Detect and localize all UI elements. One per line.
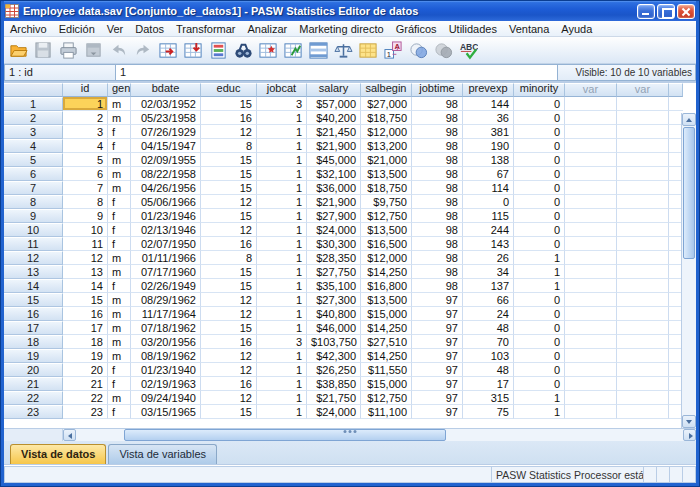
cell-gender[interactable]: f <box>108 237 131 251</box>
cell-jobcat[interactable]: 1 <box>257 237 307 251</box>
cell-educ[interactable]: 16 <box>201 237 257 251</box>
cell-salbegin[interactable]: $12,000 <box>361 251 412 265</box>
cell-id[interactable]: 12 <box>63 251 108 265</box>
cell-prevexp[interactable]: 48 <box>463 321 514 335</box>
row-header[interactable]: 22 <box>4 391 63 405</box>
cell-minority[interactable]: 0 <box>514 139 565 153</box>
cell-prevexp[interactable]: 36 <box>463 111 514 125</box>
cell-var-empty[interactable] <box>617 167 669 181</box>
row-header[interactable]: 21 <box>4 377 63 391</box>
row-header[interactable]: 17 <box>4 321 63 335</box>
cell-jobcat[interactable]: 1 <box>257 223 307 237</box>
row-header[interactable]: 6 <box>4 167 63 181</box>
cell-salary[interactable]: $42,300 <box>307 349 361 363</box>
cell-var-empty[interactable] <box>565 223 617 237</box>
cell-educ[interactable]: 12 <box>201 223 257 237</box>
row-header[interactable]: 11 <box>4 237 63 251</box>
cell-jobcat[interactable]: 1 <box>257 265 307 279</box>
vertical-scroll-thumb[interactable] <box>683 127 695 259</box>
cell-var-empty[interactable] <box>565 391 617 405</box>
column-header-id[interactable]: id <box>63 83 108 97</box>
cell-salary[interactable]: $26,250 <box>307 363 361 377</box>
cell-id[interactable]: 5 <box>63 153 108 167</box>
cell-bdate[interactable]: 03/15/1965 <box>131 405 201 419</box>
cell-minority[interactable]: 0 <box>514 377 565 391</box>
cell-var-empty[interactable] <box>617 279 669 293</box>
cell-salary[interactable]: $27,750 <box>307 265 361 279</box>
column-header-jobtime[interactable]: jobtime <box>412 83 463 97</box>
cell-prevexp[interactable]: 24 <box>463 307 514 321</box>
cell-prevexp[interactable]: 26 <box>463 251 514 265</box>
cell-minority[interactable]: 1 <box>514 251 565 265</box>
cell-id[interactable]: 10 <box>63 223 108 237</box>
cell-bdate[interactable]: 11/17/1964 <box>131 307 201 321</box>
spell-check-icon[interactable]: ABC <box>456 39 481 62</box>
cell-salary[interactable]: $57,000 <box>307 97 361 111</box>
cell-id[interactable]: 8 <box>63 195 108 209</box>
cell-jobtime[interactable]: 97 <box>412 405 463 419</box>
cell-salary[interactable]: $32,100 <box>307 167 361 181</box>
menu-transformar[interactable]: Transformar <box>170 22 242 36</box>
cell-prevexp[interactable]: 67 <box>463 167 514 181</box>
cell-salbegin[interactable]: $9,750 <box>361 195 412 209</box>
cell-var-empty[interactable] <box>617 405 669 419</box>
cell-jobtime[interactable]: 97 <box>412 321 463 335</box>
cell-gender[interactable]: f <box>108 405 131 419</box>
cell-var-empty[interactable] <box>617 181 669 195</box>
cell-gender[interactable]: m <box>108 167 131 181</box>
cell-bdate[interactable]: 02/19/1963 <box>131 377 201 391</box>
cell-bdate[interactable]: 02/07/1950 <box>131 237 201 251</box>
find-icon[interactable] <box>231 39 256 62</box>
cell-jobtime[interactable]: 98 <box>412 251 463 265</box>
insert-cases-icon[interactable] <box>256 39 281 62</box>
cell-id[interactable]: 18 <box>63 335 108 349</box>
cell-gender[interactable]: m <box>108 335 131 349</box>
grid-corner-cell[interactable] <box>4 83 63 97</box>
cell-educ[interactable]: 15 <box>201 209 257 223</box>
cell-jobtime[interactable]: 98 <box>412 153 463 167</box>
cell-gender[interactable]: f <box>108 195 131 209</box>
cell-educ[interactable]: 12 <box>201 293 257 307</box>
cell-id[interactable]: 15 <box>63 293 108 307</box>
cell-jobtime[interactable]: 98 <box>412 181 463 195</box>
column-header-prevexp[interactable]: prevexp <box>463 83 514 97</box>
menu-gr-ficos[interactable]: Gráficos <box>390 22 443 36</box>
cell-jobtime[interactable]: 97 <box>412 293 463 307</box>
cell-id[interactable]: 14 <box>63 279 108 293</box>
cell-salary[interactable]: $103,750 <box>307 335 361 349</box>
cell-minority[interactable]: 1 <box>514 279 565 293</box>
scroll-up-icon[interactable] <box>682 113 696 126</box>
cell-jobtime[interactable]: 98 <box>412 209 463 223</box>
cell-educ[interactable]: 15 <box>201 181 257 195</box>
cell-minority[interactable]: 0 <box>514 335 565 349</box>
cell-jobcat[interactable]: 1 <box>257 111 307 125</box>
cell-prevexp[interactable]: 315 <box>463 391 514 405</box>
cell-salary[interactable]: $46,000 <box>307 321 361 335</box>
cell-jobcat[interactable]: 1 <box>257 153 307 167</box>
cell-gender[interactable]: f <box>108 377 131 391</box>
cell-id[interactable]: 6 <box>63 167 108 181</box>
cell-minority[interactable]: 0 <box>514 237 565 251</box>
horizontal-scroll-track[interactable] <box>76 429 683 441</box>
cell-minority[interactable]: 0 <box>514 167 565 181</box>
cell-jobcat[interactable]: 1 <box>257 293 307 307</box>
cell-salbegin[interactable]: $15,000 <box>361 307 412 321</box>
cell-salbegin[interactable]: $21,000 <box>361 153 412 167</box>
cell-jobtime[interactable]: 98 <box>412 223 463 237</box>
insert-variable-icon[interactable] <box>281 39 306 62</box>
cell-var-empty[interactable] <box>617 265 669 279</box>
menu-edici-n[interactable]: Edición <box>53 22 101 36</box>
cell-prevexp[interactable]: 70 <box>463 335 514 349</box>
cell-salary[interactable]: $27,900 <box>307 209 361 223</box>
cell-bdate[interactable]: 02/09/1955 <box>131 153 201 167</box>
cell-bdate[interactable]: 01/11/1966 <box>131 251 201 265</box>
cell-minority[interactable]: 0 <box>514 181 565 195</box>
cell-gender[interactable]: f <box>108 363 131 377</box>
cell-var-empty[interactable] <box>565 111 617 125</box>
cell-prevexp[interactable]: 66 <box>463 293 514 307</box>
row-header[interactable]: 15 <box>4 293 63 307</box>
cell-gender[interactable]: m <box>108 391 131 405</box>
cell-jobtime[interactable]: 97 <box>412 349 463 363</box>
cell-prevexp[interactable]: 34 <box>463 265 514 279</box>
column-header-salary[interactable]: salary <box>307 83 361 97</box>
